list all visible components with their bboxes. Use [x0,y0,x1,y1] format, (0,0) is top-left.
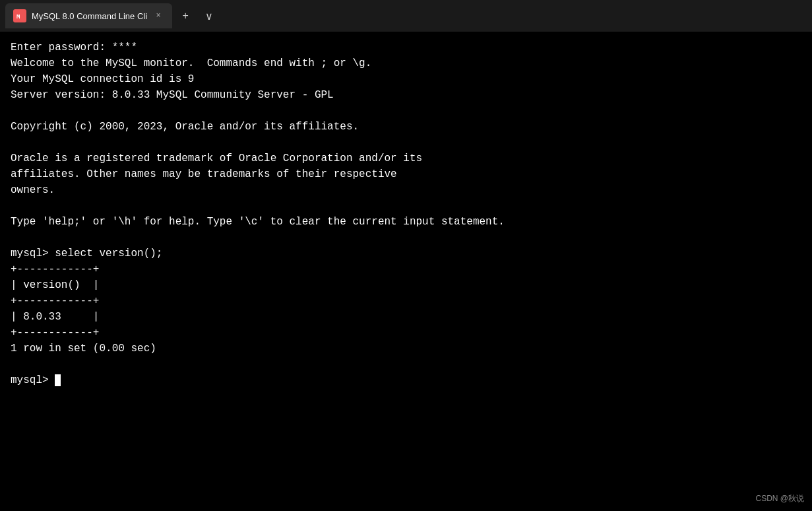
watermark: CSDN @秋说 [755,493,804,504]
tab-title: MySQL 8.0 Command Line Cli [32,11,147,21]
tab-close-button[interactable]: × [152,10,164,22]
terminal-tab[interactable]: M MySQL 8.0 Command Line Cli × [5,3,172,28]
mysql-icon: M [13,9,26,22]
title-bar-actions: + ∨ [175,5,220,26]
terminal-text: Enter password: **** Welcome to the MySQ… [11,40,801,388]
svg-text:M: M [16,14,20,20]
new-tab-button[interactable]: + [175,5,196,26]
title-bar: M MySQL 8.0 Command Line Cli × + ∨ [0,0,812,32]
dropdown-button[interactable]: ∨ [199,5,220,26]
cursor [55,374,61,386]
terminal-output[interactable]: Enter password: **** Welcome to the MySQ… [0,32,812,511]
